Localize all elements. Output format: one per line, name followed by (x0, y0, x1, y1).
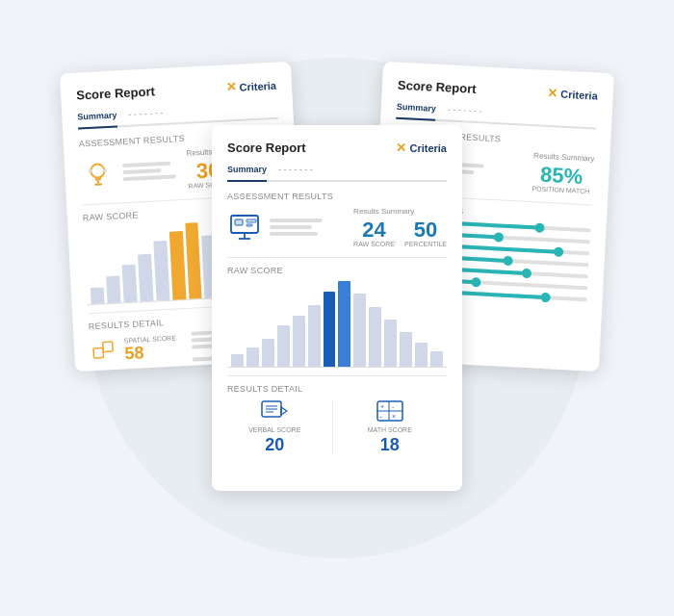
svg-text:÷: ÷ (379, 414, 383, 420)
bar-l-1 (91, 287, 105, 304)
svg-rect-7 (103, 342, 114, 352)
results-detail-front: VERBAL SCORE 20 + - ÷ × MATH SCORE (227, 399, 447, 455)
tab-inactive-left[interactable]: - - - - - - - (128, 108, 164, 121)
brand-x-right: ✕ (547, 86, 558, 101)
verbal-score-label: VERBAL SCORE (227, 426, 323, 433)
brand-name-left: Criteria (239, 79, 276, 92)
card-front: Score Report ✕ Criteria Summary - - - - … (212, 125, 462, 491)
spatial-score-container: SPATIAL SCORE 58 (123, 334, 177, 364)
score-row-front: 24 RAW SCORE 50 PERCENTILE (353, 219, 447, 247)
spatial-icon (90, 337, 117, 365)
scene: Score Report ✕ Criteria Summary - - - - … (39, 29, 635, 587)
slider-thumb-1 (534, 222, 545, 233)
math-score-label: MATH SCORE (343, 426, 438, 433)
section-assessment-front: Assessment Results (227, 192, 447, 201)
assessment-icon-left (80, 156, 117, 192)
verbal-score-item: VERBAL SCORE 20 (227, 399, 333, 455)
svg-rect-6 (93, 347, 104, 358)
results-summary-right: Results Summary 85% POSITION MATCH (531, 151, 594, 194)
position-match-value: 85% (539, 163, 583, 189)
bar-f-13 (415, 343, 428, 367)
tab-bar-front: Summary - - - - - - - (227, 165, 447, 182)
svg-point-0 (91, 164, 105, 178)
raw-score-section-front: Raw Score (227, 266, 447, 275)
bar-f-8 (338, 281, 350, 367)
assessment-icon-front (227, 210, 262, 244)
bar-f-7 (324, 292, 336, 367)
slider-thumb-3 (553, 246, 563, 257)
spatial-score-value: 58 (124, 341, 177, 364)
tab-inactive-front[interactable]: - - - - - - - (278, 165, 313, 176)
bar-l-3 (121, 264, 137, 302)
results-detail-section-front: Results Detail (227, 384, 447, 394)
tab-summary-right[interactable]: Summary (396, 102, 436, 121)
bar-f-9 (353, 294, 366, 367)
bar-f-1 (231, 354, 244, 367)
bar-f-5 (293, 316, 305, 367)
percentile-label-front: PERCENTILE (404, 241, 447, 247)
text-line-2 (122, 168, 161, 174)
verbal-score-value: 20 (265, 435, 284, 454)
card-title-left: Score Report (76, 84, 155, 102)
slider-thumb-4 (503, 256, 513, 267)
card-header-right: Score Report ✕ Criteria (398, 78, 598, 103)
bar-f-4 (277, 325, 290, 367)
card-title-right: Score Report (398, 78, 477, 96)
brand-x-front: ✕ (396, 141, 406, 155)
bar-f-2 (246, 347, 259, 367)
svg-rect-5 (94, 183, 102, 185)
raw-score-value-front: 24 (362, 218, 385, 242)
math-score-item: + - ÷ × MATH SCORE 18 (343, 399, 448, 455)
svg-rect-17 (246, 224, 252, 226)
math-score-value: 18 (380, 435, 400, 454)
text-lines-front (270, 218, 323, 236)
divider2-front (227, 375, 447, 376)
tab-summary-left[interactable]: Summary (77, 110, 117, 129)
svg-rect-1 (95, 177, 101, 180)
bar-f-11 (384, 320, 397, 367)
text-lines-left (122, 161, 176, 181)
text-line-1 (122, 162, 170, 168)
results-label-front: Results Summary (353, 207, 447, 216)
assessment-front-content (227, 210, 323, 244)
brand-logo-right: ✕ Criteria (547, 86, 598, 103)
percentile-item-front: 50 PERCENTILE (404, 219, 447, 247)
slider-thumb-2 (494, 232, 505, 243)
percentile-value-front: 50 (414, 218, 437, 242)
raw-score-item-front: 24 RAW SCORE (353, 219, 395, 247)
slider-thumb-6 (472, 277, 482, 288)
results-label-right: Results Summary (533, 151, 595, 163)
brand-logo-front: ✕ Criteria (396, 141, 447, 155)
card-header-left: Score Report ✕ Criteria (76, 78, 276, 103)
assessment-row-front: Results Summary 24 RAW SCORE 50 PERCENTI… (227, 207, 447, 247)
bar-f-14 (430, 351, 443, 367)
svg-text:-: - (392, 403, 395, 410)
slider-thumb-5 (522, 269, 532, 279)
raw-score-label-front: RAW SCORE (353, 241, 395, 247)
score-row-right: 85% POSITION MATCH (531, 164, 594, 194)
slider-thumb-7 (541, 293, 552, 303)
svg-text:×: × (392, 413, 396, 420)
math-icon: + - ÷ × (376, 399, 404, 423)
svg-rect-15 (235, 219, 243, 225)
assessment-left-content (80, 152, 177, 192)
brand-x-left: ✕ (225, 80, 237, 95)
bar-f-10 (369, 307, 381, 367)
text-line-f-3 (270, 232, 318, 236)
bar-l-7 (185, 222, 202, 299)
position-match-item: 85% POSITION MATCH (531, 164, 590, 194)
verbal-icon (260, 399, 289, 423)
bar-f-3 (262, 339, 274, 367)
brand-name-front: Criteria (409, 142, 447, 154)
text-line-f-2 (270, 225, 312, 229)
card-header-front: Score Report ✕ Criteria (227, 141, 447, 155)
card-title-front: Score Report (227, 141, 306, 155)
tab-summary-front[interactable]: Summary (227, 165, 267, 182)
svg-rect-16 (246, 219, 256, 222)
tab-inactive-right[interactable]: - - - - - - - (447, 104, 482, 117)
brand-logo-left: ✕ Criteria (225, 78, 276, 95)
results-summary-front: Results Summary 24 RAW SCORE 50 PERCENTI… (353, 207, 447, 247)
text-line-3 (123, 174, 176, 181)
bar-l-4 (138, 254, 153, 302)
divider-front (227, 257, 447, 258)
